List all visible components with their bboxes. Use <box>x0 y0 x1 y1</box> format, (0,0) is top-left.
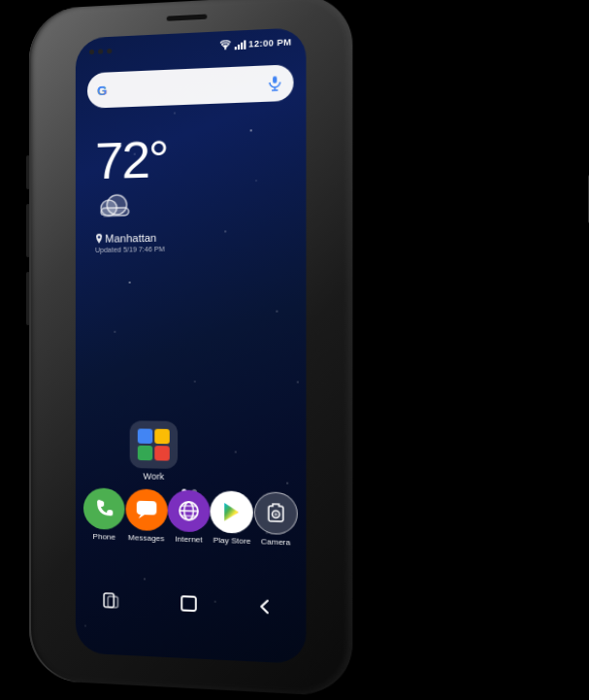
folder-app-2 <box>154 429 169 445</box>
svg-rect-20 <box>181 596 196 611</box>
camera-app-label: Camera <box>261 537 290 547</box>
svg-marker-15 <box>225 502 240 520</box>
svg-rect-19 <box>108 596 117 608</box>
internet-app[interactable]: Internet <box>168 489 211 545</box>
svg-marker-9 <box>138 515 144 518</box>
messages-app[interactable]: Messages <box>125 488 167 543</box>
camera-dot-3 <box>107 48 112 52</box>
recent-apps-button[interactable] <box>101 588 124 613</box>
svg-rect-18 <box>104 593 114 608</box>
weather-widget: 72° Manhattan Updated 5/19 <box>95 133 167 253</box>
navigation-bar <box>76 560 307 650</box>
app-dock: Phone Messages <box>83 477 298 557</box>
home-button[interactable] <box>177 591 201 617</box>
phone-screen: 12:00 PM G 72° <box>76 27 307 664</box>
status-icons: 12:00 PM <box>219 37 292 50</box>
temperature: 72° <box>95 133 167 186</box>
phone-app[interactable]: Phone <box>83 487 125 542</box>
google-logo: G <box>97 76 267 97</box>
folder-icon <box>130 420 178 469</box>
google-search-bar[interactable]: G <box>87 64 294 109</box>
speaker <box>167 15 208 21</box>
location-pin-icon <box>95 234 103 244</box>
svg-rect-1 <box>273 76 277 83</box>
phone-app-icon <box>83 487 125 530</box>
camera-dot-1 <box>89 49 94 53</box>
phone-wrapper: 12:00 PM G 72° <box>0 0 589 700</box>
messages-app-icon <box>125 488 167 531</box>
messages-app-label: Messages <box>128 533 164 543</box>
wifi-icon <box>219 40 232 50</box>
phone-shell: 12:00 PM G 72° <box>29 0 352 697</box>
front-camera <box>89 48 112 53</box>
status-time: 12:00 PM <box>248 37 291 49</box>
svg-rect-6 <box>101 208 128 217</box>
back-button[interactable] <box>254 594 279 619</box>
play-store-app[interactable]: Play Store <box>211 490 253 546</box>
play-store-app-icon <box>211 490 253 534</box>
svg-point-0 <box>224 48 226 50</box>
svg-rect-8 <box>136 500 156 515</box>
internet-app-label: Internet <box>175 534 202 544</box>
location-row: Manhattan <box>95 231 167 244</box>
weather-condition-icon <box>95 189 167 225</box>
folder-app-3 <box>138 446 152 461</box>
phone-app-label: Phone <box>93 531 115 541</box>
work-folder[interactable]: Work <box>130 420 178 482</box>
camera-app[interactable]: Camera <box>254 491 298 547</box>
weather-updated: Updated 5/19 7:46 PM <box>95 246 167 253</box>
camera-dot-2 <box>98 49 103 53</box>
folder-app-4 <box>154 446 169 461</box>
signal-icon <box>234 40 245 50</box>
svg-point-17 <box>274 513 277 516</box>
location-name: Manhattan <box>105 232 156 245</box>
internet-app-icon <box>168 489 211 532</box>
play-store-app-label: Play Store <box>213 535 251 545</box>
mic-icon[interactable] <box>267 75 283 91</box>
camera-app-icon <box>254 491 298 535</box>
folder-app-1 <box>138 428 152 444</box>
